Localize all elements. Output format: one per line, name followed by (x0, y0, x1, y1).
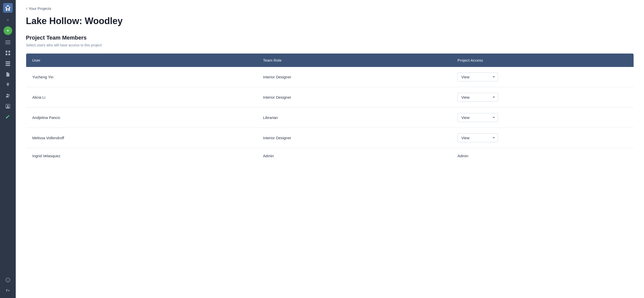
svg-rect-1 (7, 6, 9, 8)
cell-project-access: ViewEditAdminNone (451, 87, 634, 108)
page-title: Lake Hollow: Woodley (26, 16, 634, 26)
svg-rect-10 (6, 63, 10, 64)
table-row: Melissa VollendroffInterior DesignerView… (26, 128, 634, 148)
main-content: ‹ Your Projects Lake Hollow: Woodley Pro… (16, 0, 644, 298)
svg-point-18 (7, 105, 9, 107)
app-logo[interactable] (3, 3, 13, 13)
access-select-1[interactable]: ViewEditAdminNone (457, 93, 498, 102)
cell-project-access: ViewEditAdminNone (451, 108, 634, 128)
breadcrumb-chevron-icon: ‹ (26, 6, 27, 11)
document-icon[interactable] (4, 70, 12, 79)
users-icon[interactable] (4, 91, 12, 100)
cell-team-role: Interior Designer (257, 67, 451, 87)
info-icon[interactable]: i (4, 276, 12, 284)
breadcrumb-label: Your Projects (29, 6, 51, 11)
sidebar: » + i F+ (0, 0, 16, 298)
access-select-0[interactable]: ViewEditAdminNone (457, 73, 498, 81)
svg-rect-3 (5, 42, 10, 43)
add-button[interactable]: + (4, 26, 12, 35)
table-row: Yucheng YinInterior DesignerViewEditAdmi… (26, 67, 634, 87)
svg-text:i: i (8, 279, 8, 282)
cell-user-name: Alicia Li (26, 87, 257, 108)
table-row: Andjelina PancicLibrarianViewEditAdminNo… (26, 108, 634, 128)
svg-point-15 (7, 94, 8, 95)
column-header-project-access: Project Access (451, 54, 634, 67)
cell-user-name: Ingrid Velasquez (26, 148, 257, 164)
access-select-2[interactable]: ViewEditAdminNone (457, 113, 498, 122)
cell-team-role: Interior Designer (257, 87, 451, 108)
contact-icon[interactable] (4, 102, 12, 111)
cell-user-name: Andjelina Pancic (26, 108, 257, 128)
svg-rect-2 (5, 41, 10, 41)
edit-icon[interactable] (4, 113, 12, 121)
svg-rect-5 (6, 51, 7, 52)
access-select-3[interactable]: ViewEditAdminNone (457, 133, 498, 142)
svg-rect-7 (6, 54, 7, 55)
cell-team-role: Admin (257, 148, 451, 164)
svg-rect-9 (6, 61, 10, 62)
settings-icon[interactable] (4, 81, 12, 89)
table-row: Ingrid VelasquezAdminAdmin (26, 148, 634, 164)
footer-logo-icon[interactable]: F+ (4, 286, 12, 295)
svg-rect-6 (8, 51, 10, 52)
access-text: Admin (457, 154, 468, 158)
menu-icon[interactable] (4, 38, 12, 47)
column-header-user: User (26, 54, 257, 67)
svg-rect-4 (5, 44, 10, 44)
sidebar-expand-button[interactable]: » (0, 16, 16, 23)
grid-icon[interactable] (4, 49, 12, 57)
cell-team-role: Interior Designer (257, 128, 451, 148)
breadcrumb[interactable]: ‹ Your Projects (26, 6, 634, 11)
cell-team-role: Librarian (257, 108, 451, 128)
cell-project-access: Admin (451, 148, 634, 164)
svg-rect-8 (8, 54, 10, 55)
svg-point-16 (8, 94, 10, 96)
table-icon[interactable] (4, 59, 12, 68)
team-members-table: User Team Role Project Access Yucheng Yi… (26, 53, 634, 164)
cell-project-access: ViewEditAdminNone (451, 67, 634, 87)
table-header-row: User Team Role Project Access (26, 54, 634, 67)
table-row: Alicia LiInterior DesignerViewEditAdminN… (26, 87, 634, 108)
cell-user-name: Yucheng Yin (26, 67, 257, 87)
section-subtitle: Select users who will have access to thi… (26, 43, 634, 47)
cell-user-name: Melissa Vollendroff (26, 128, 257, 148)
section-title: Project Team Members (26, 34, 634, 41)
column-header-team-role: Team Role (257, 54, 451, 67)
svg-rect-11 (6, 65, 10, 66)
cell-project-access: ViewEditAdminNone (451, 128, 634, 148)
